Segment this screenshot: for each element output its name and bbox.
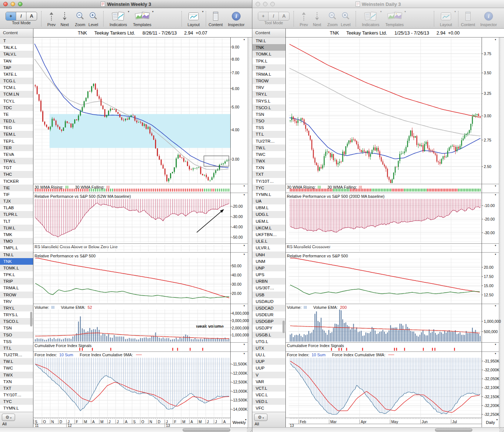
layout-button[interactable]: ▾ Layout — [435, 10, 457, 27]
sidebar-item[interactable]: URBN — [252, 278, 285, 285]
sidebar-item[interactable]: TSN — [252, 111, 285, 118]
sidebar-item[interactable]: UBM.L — [252, 204, 285, 211]
content-button[interactable]: Content — [206, 10, 225, 27]
panel-disclosure-icon[interactable]: ▾ — [495, 352, 496, 355]
panel-disclosure-icon[interactable]: ▾ — [495, 343, 496, 346]
sidebar-item[interactable]: TEM.L — [0, 131, 33, 138]
vertical-scrollbar[interactable] — [499, 38, 504, 427]
sidebar-item[interactable]: TSS — [0, 338, 33, 345]
sidebar-item[interactable]: UKCM.L — [252, 225, 285, 231]
zoom-in-button[interactable]: Level — [87, 10, 100, 27]
sidebar-item[interactable]: TNK — [0, 258, 33, 265]
sidebar-item[interactable]: TU/2TR… — [252, 138, 285, 144]
sidebar-item[interactable]: TRIP — [252, 64, 285, 71]
chart-canvas[interactable]: SONDJFMAMJJASONDJFMAMJJA111213 — [0, 0, 252, 432]
sidebar-item[interactable]: TOMK.L — [252, 51, 285, 57]
text-tool-button[interactable]: A — [279, 12, 289, 20]
sidebar-item[interactable]: TSO — [0, 332, 33, 338]
sidebar-item[interactable]: TRYS.L — [252, 98, 285, 104]
next-button[interactable]: Next — [58, 10, 71, 27]
sidebar-scrollbar-thumb[interactable] — [30, 312, 32, 326]
sidebar-item[interactable]: UKFTBN… — [252, 231, 285, 238]
sidebar-item[interactable]: TYC — [252, 185, 285, 191]
resize-grip[interactable] — [499, 427, 504, 432]
resize-grip[interactable] — [247, 427, 252, 432]
panel-disclosure-icon[interactable]: ▾ — [244, 193, 245, 196]
titlebar[interactable]: Weinstein Weekly 3 — [0, 0, 252, 8]
sidebar-item[interactable]: UPS — [252, 271, 285, 278]
sidebar-item[interactable]: USDAUD — [252, 298, 285, 305]
panel-disclosure-icon[interactable]: ▾ — [244, 253, 245, 256]
panel-disclosure-icon[interactable]: ▾ — [244, 352, 245, 355]
sidebar-item[interactable]: VEC.L — [252, 392, 285, 398]
periodicity-selector[interactable]: Weekly▾ — [230, 418, 248, 427]
sidebar-item[interactable]: TYMN.L — [0, 405, 33, 411]
sidebar-item[interactable]: TLPR.L — [0, 211, 33, 218]
sidebar-item[interactable]: TDC — [0, 104, 33, 111]
sidebar-item[interactable]: UTG.L — [252, 338, 285, 345]
indicators-button[interactable]: ▾ Indicators — [359, 10, 382, 27]
sidebar-item[interactable]: UDG.L — [252, 211, 285, 218]
indicators-button[interactable]: ▾ Indicators — [107, 10, 130, 27]
sidebar-item[interactable]: TPK.L — [252, 58, 285, 64]
sidebar-item[interactable]: TLAB — [0, 204, 33, 211]
sidebar-item[interactable]: TMK — [0, 231, 33, 238]
periodicity-selector[interactable]: Daily▾ — [482, 418, 499, 427]
sidebar-item[interactable]: US/30T… — [252, 285, 285, 291]
sidebar-item[interactable]: TAP — [0, 64, 33, 71]
sidebar-item[interactable]: TCG.L — [0, 78, 33, 84]
sidebar-item[interactable]: TEVA — [0, 151, 33, 158]
panel-disclosure-icon[interactable]: ▾ — [244, 244, 245, 247]
panel-disclosure-icon[interactable]: ▾ — [495, 38, 496, 41]
sidebar-item[interactable]: TCY.L — [0, 98, 33, 104]
sidebar-item[interactable]: TY/10T… — [0, 392, 33, 398]
text-tool-button[interactable]: A — [26, 12, 37, 20]
templates-button[interactable]: ▾ Templates — [382, 10, 407, 27]
sidebar-item[interactable]: TWC — [252, 151, 285, 158]
sidebar-item[interactable]: TYC — [0, 398, 33, 405]
sidebar-item[interactable]: TJX — [0, 198, 33, 204]
sidebar-item[interactable]: TNI.L — [0, 251, 33, 258]
sidebar-item[interactable]: TE — [0, 111, 33, 118]
sidebar-item[interactable]: TPK.L — [0, 271, 33, 278]
prev-button[interactable]: Prev — [297, 10, 310, 27]
sidebar-item[interactable]: TWX — [252, 158, 285, 164]
zoom-out-button[interactable]: Zoom — [73, 10, 87, 27]
sidebar-item[interactable]: USDEUR — [252, 311, 285, 318]
sidebar-item[interactable]: VFC — [252, 405, 285, 411]
panel-disclosure-icon[interactable]: ▾ — [495, 253, 496, 256]
sidebar-item[interactable]: TICKER — [0, 178, 33, 185]
templates-button[interactable]: ▾ Templates — [130, 10, 154, 27]
sidebar-item[interactable]: TXN — [252, 164, 285, 171]
sidebar-item[interactable]: TRV — [252, 84, 285, 91]
sidebar-item[interactable]: TMO — [0, 238, 33, 244]
sidebar-item[interactable]: THC — [0, 171, 33, 178]
sidebar-item[interactable]: TSCO.L — [252, 104, 285, 111]
sidebar-item[interactable]: UU.L — [252, 351, 285, 358]
pointer-tool-button[interactable]: + — [258, 12, 269, 20]
sidebar-item[interactable]: TALK.L — [0, 44, 33, 51]
content-button[interactable]: Content — [459, 10, 477, 27]
horizontal-scrollbar[interactable] — [252, 427, 499, 432]
panel-disclosure-icon[interactable]: ▾ — [244, 304, 245, 307]
sidebar-item[interactable]: USDGBP — [252, 318, 285, 325]
sidebar-item[interactable]: TCM.L — [0, 84, 33, 91]
sidebar-item[interactable]: TCM.LN — [0, 91, 33, 97]
sidebar-item[interactable]: TAN — [0, 58, 33, 64]
sidebar-item[interactable]: VED.L — [252, 398, 285, 405]
sidebar-item[interactable]: UUP — [252, 365, 285, 371]
sidebar-item[interactable]: VAR — [252, 378, 285, 385]
list-filter-label[interactable]: All — [2, 422, 7, 426]
panel-disclosure-icon[interactable]: ▾ — [244, 185, 245, 188]
scrollbar-thumb[interactable] — [183, 428, 230, 432]
sidebar-item[interactable]: TSCO.L — [0, 318, 33, 325]
sidebar-item[interactable]: TY/10T… — [252, 178, 285, 185]
sidebar-item[interactable]: V — [252, 372, 285, 378]
sidebar-item[interactable]: TRIP — [0, 278, 33, 285]
sidebar-item[interactable]: USDCAD — [252, 305, 285, 311]
zoom-out-button[interactable]: Zoom — [326, 10, 339, 27]
sidebar-item[interactable]: UA — [252, 198, 285, 204]
sidebar-item[interactable]: TED.L — [0, 118, 33, 124]
sidebar-item[interactable]: TNK — [252, 44, 285, 51]
prev-button[interactable]: Prev — [45, 10, 58, 27]
